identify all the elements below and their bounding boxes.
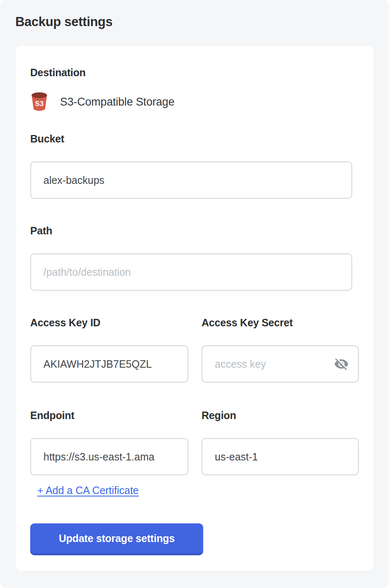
region-input[interactable] [202, 438, 359, 475]
endpoint-input[interactable] [30, 438, 188, 475]
toggle-secret-visibility-button[interactable] [333, 356, 350, 372]
s3-bucket-icon: S3 [30, 92, 48, 112]
update-storage-settings-button[interactable]: Update storage settings [30, 523, 203, 555]
access-key-id-label: Access Key ID [30, 316, 188, 329]
destination-label: Destination [30, 66, 359, 79]
destination-value: S3-Compatible Storage [60, 96, 174, 108]
access-key-id-input[interactable] [30, 345, 188, 383]
access-key-secret-field [202, 345, 359, 383]
add-ca-certificate-link[interactable]: + Add a CA Certificate [37, 484, 139, 497]
path-input[interactable] [30, 253, 352, 291]
eye-off-icon [334, 357, 349, 371]
endpoint-label: Endpoint [30, 409, 188, 422]
region-label: Region [202, 409, 359, 422]
access-key-secret-label: Access Key Secret [202, 316, 359, 329]
destination-value-row: S3 S3-Compatible Storage [30, 92, 359, 112]
bucket-label: Bucket [30, 133, 359, 145]
bucket-input[interactable] [30, 161, 352, 199]
s3-icon-label: S3 [35, 100, 44, 108]
page-title: Backup settings [15, 13, 374, 31]
path-label: Path [30, 224, 359, 237]
backup-settings-card: Destination S3 S3-Compatible Storage Buc… [15, 46, 374, 571]
backup-settings-page: Backup settings Destination S3 S3-Compat… [0, 0, 389, 588]
